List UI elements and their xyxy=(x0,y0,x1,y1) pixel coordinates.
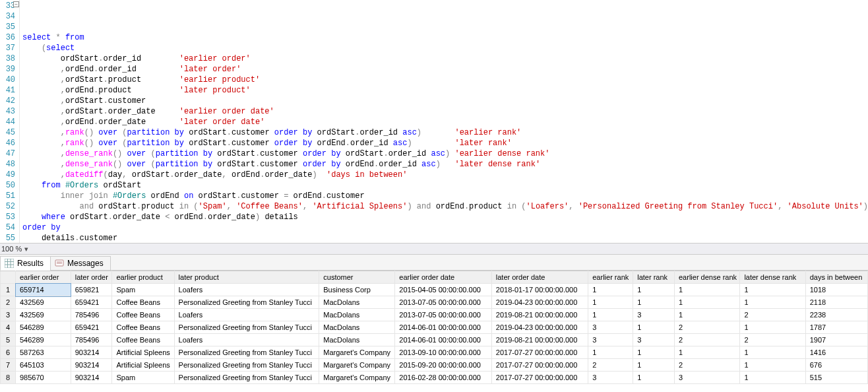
cell[interactable]: Coffee Beans xyxy=(112,334,174,346)
cell[interactable]: 1 xyxy=(588,296,633,309)
cell[interactable]: 1 xyxy=(633,296,675,309)
cell[interactable]: MacDolans xyxy=(319,321,395,334)
code-line[interactable]: details.customer xyxy=(22,233,868,243)
row-header[interactable]: 7 xyxy=(1,359,16,372)
cell[interactable]: Loafers xyxy=(174,284,319,296)
table-row[interactable]: 5546289785496Coffee BeansLoafersMacDolan… xyxy=(1,334,868,346)
table-row[interactable]: 6587263903214Artificial SpleensPersonali… xyxy=(1,346,868,359)
code-line[interactable]: inner join #Orders ordEnd on ordStart.cu… xyxy=(22,191,868,201)
cell[interactable]: 1 xyxy=(740,284,805,296)
cell[interactable]: 903214 xyxy=(71,346,112,359)
cell[interactable]: 546289 xyxy=(16,321,71,334)
code-line[interactable]: ,rank() over (partition by ordStart.cust… xyxy=(22,138,868,148)
code-line[interactable]: from #Orders ordStart xyxy=(22,180,868,191)
code-line[interactable]: ordStart.order_id 'earlier order' xyxy=(22,53,868,64)
cell[interactable]: Coffee Beans xyxy=(112,296,174,309)
cell[interactable]: Spam xyxy=(112,284,174,296)
code-line[interactable]: select * from xyxy=(22,32,868,43)
cell[interactable]: 2019-08-21 00:00:00.000 xyxy=(491,309,588,321)
cell[interactable]: 2015-04-05 00:00:00.000 xyxy=(395,284,491,296)
cell[interactable]: 645103 xyxy=(16,359,71,372)
cell[interactable]: 985670 xyxy=(16,372,71,384)
column-header[interactable]: later dense rank xyxy=(740,271,805,284)
code-line[interactable]: ,dense_rank() over (partition by ordStar… xyxy=(22,159,868,170)
cell[interactable]: 1 xyxy=(633,372,675,384)
tab-results[interactable]: Results xyxy=(0,256,51,271)
row-header[interactable]: 1 xyxy=(1,284,16,296)
table-row[interactable]: 3432569785496Coffee BeansLoafersMacDolan… xyxy=(1,309,868,321)
cell[interactable]: 2013-09-10 00:00:00.000 xyxy=(395,346,491,359)
code-line[interactable]: ,ordStart.order_date 'earlier order date… xyxy=(22,106,868,117)
results-grid-wrapper[interactable]: earlier orderlater orderearlier productl… xyxy=(0,271,868,392)
cell[interactable]: 2238 xyxy=(805,309,867,321)
code-line[interactable]: (select xyxy=(22,43,868,53)
cell[interactable]: 2 xyxy=(675,334,740,346)
cell[interactable]: 3 xyxy=(633,334,675,346)
code-line[interactable]: order by xyxy=(22,222,868,233)
cell[interactable]: Margaret's Company xyxy=(319,346,395,359)
cell[interactable]: 659821 xyxy=(71,284,112,296)
cell[interactable]: 903214 xyxy=(71,372,112,384)
code-line[interactable]: ,ordStart.product 'earlier product' xyxy=(22,75,868,85)
cell[interactable]: 2017-07-27 00:00:00.000 xyxy=(491,372,588,384)
code-line[interactable]: ,ordEnd.product 'later product' xyxy=(22,85,868,96)
cell[interactable]: Margaret's Company xyxy=(319,372,395,384)
row-header[interactable]: 2 xyxy=(1,296,16,309)
column-header[interactable]: days in between xyxy=(805,271,867,284)
cell[interactable]: MacDolans xyxy=(319,309,395,321)
column-header[interactable]: customer xyxy=(319,271,395,284)
cell[interactable]: 587263 xyxy=(16,346,71,359)
cell[interactable]: 2 xyxy=(588,359,633,372)
cell[interactable]: Spam xyxy=(112,372,174,384)
cell[interactable]: 785496 xyxy=(71,334,112,346)
cell[interactable]: Coffee Beans xyxy=(112,309,174,321)
cell[interactable]: 515 xyxy=(805,372,867,384)
cell[interactable]: Personalized Greeting from Stanley Tucci xyxy=(174,359,319,372)
code-area[interactable]: − select * from (select ordStart.order_i… xyxy=(20,0,868,243)
cell[interactable]: 2017-07-27 00:00:00.000 xyxy=(491,346,588,359)
cell[interactable]: 2 xyxy=(740,334,805,346)
column-header[interactable]: later order xyxy=(71,271,112,284)
cell[interactable]: 2 xyxy=(740,309,805,321)
cell[interactable]: Personalized Greeting from Stanley Tucci xyxy=(174,346,319,359)
cell[interactable]: 2118 xyxy=(805,296,867,309)
cell[interactable]: 1 xyxy=(740,321,805,334)
grid-corner[interactable] xyxy=(1,271,16,284)
column-header[interactable]: later product xyxy=(174,271,319,284)
cell[interactable]: 2019-04-23 00:00:00.000 xyxy=(491,296,588,309)
code-line[interactable]: and ordStart.product in ('Spam', 'Coffee… xyxy=(22,201,868,212)
cell[interactable]: 1 xyxy=(633,284,675,296)
code-line[interactable]: ,ordEnd.order_date 'later order date' xyxy=(22,117,868,127)
cell[interactable]: Margaret's Company xyxy=(319,359,395,372)
cell[interactable]: 659714 xyxy=(16,284,71,296)
cell[interactable]: 2 xyxy=(675,321,740,334)
code-line[interactable]: ,rank() over (partition by ordStart.cust… xyxy=(22,127,868,138)
cell[interactable]: Artificial Spleens xyxy=(112,346,174,359)
cell[interactable]: Loafers xyxy=(174,334,319,346)
cell[interactable]: 3 xyxy=(588,334,633,346)
cell[interactable]: 2 xyxy=(675,359,740,372)
cell[interactable]: Personalized Greeting from Stanley Tucci xyxy=(174,372,319,384)
cell[interactable]: 2017-07-27 00:00:00.000 xyxy=(491,359,588,372)
tab-messages[interactable]: Messages xyxy=(50,256,111,271)
cell[interactable]: Personalized Greeting from Stanley Tucci xyxy=(174,296,319,309)
cell[interactable]: 1 xyxy=(633,321,675,334)
cell[interactable]: 1 xyxy=(588,309,633,321)
cell[interactable]: 659421 xyxy=(71,321,112,334)
cell[interactable]: 1 xyxy=(740,296,805,309)
fold-toggle-icon[interactable]: − xyxy=(13,1,19,7)
cell[interactable]: 2013-07-05 00:00:00.000 xyxy=(395,296,491,309)
results-grid[interactable]: earlier orderlater orderearlier productl… xyxy=(0,271,868,384)
cell[interactable]: 1 xyxy=(588,346,633,359)
cell[interactable]: 2014-06-01 00:00:00.000 xyxy=(395,321,491,334)
cell[interactable]: 1 xyxy=(675,296,740,309)
cell[interactable]: 3 xyxy=(633,309,675,321)
row-header[interactable]: 8 xyxy=(1,372,16,384)
cell[interactable]: 2019-08-21 00:00:00.000 xyxy=(491,334,588,346)
cell[interactable]: 1 xyxy=(675,284,740,296)
column-header[interactable]: earlier rank xyxy=(588,271,633,284)
cell[interactable]: 1 xyxy=(588,284,633,296)
cell[interactable]: 3 xyxy=(675,372,740,384)
column-header[interactable]: earlier dense rank xyxy=(675,271,740,284)
cell[interactable]: 1 xyxy=(740,346,805,359)
